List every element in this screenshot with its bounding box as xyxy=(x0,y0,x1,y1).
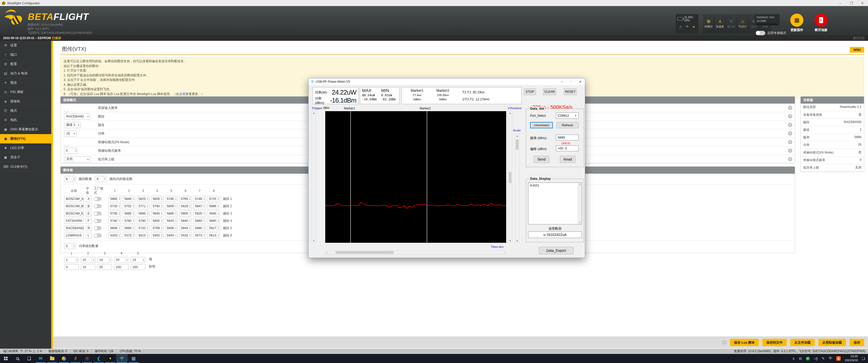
taskbar-betaflight[interactable]: ✸ xyxy=(104,354,116,363)
spinner-arrows-icon[interactable]: ▲▼ xyxy=(188,211,191,216)
freq-spin-1-7[interactable]: 5745▲▼ xyxy=(193,196,206,202)
band-name-input[interactable]: FATSHARK xyxy=(64,218,84,224)
clear-button[interactable]: CLEAR xyxy=(543,89,556,95)
spinner-arrows-icon[interactable]: ▲▼ xyxy=(75,257,79,263)
taskbar-gold-app[interactable]: ∂ xyxy=(70,354,81,363)
help-icon[interactable]: ? xyxy=(788,157,792,161)
band-letter-input[interactable]: E xyxy=(86,211,92,217)
refresh-button[interactable]: Refresh xyxy=(556,122,579,128)
band-name-input[interactable]: BOSCAM_E xyxy=(64,211,84,217)
taskbar-rf-power-meter[interactable] xyxy=(116,354,128,363)
sidebar-item-blackbox[interactable]: ◼黑盒子 xyxy=(0,153,51,162)
spinner-arrows-icon[interactable]: ▲▼ xyxy=(160,196,163,202)
sidebar-item-gear[interactable]: ⚙配置 xyxy=(0,60,51,69)
spinner-arrows-icon[interactable]: ▲▼ xyxy=(72,243,75,249)
freq-spin-3-4[interactable]: 5645▲▼ xyxy=(151,210,163,217)
minimize-icon[interactable]: – xyxy=(835,0,846,6)
spinner-arrows-icon[interactable]: ▲▼ xyxy=(203,218,206,224)
expert-toggle-icon[interactable] xyxy=(756,31,765,35)
sidebar-item-motor[interactable]: ✣电机 xyxy=(0,116,51,125)
mode-select-2[interactable]: 频道 2▾ xyxy=(64,122,81,128)
power-label-input[interactable]: 0 xyxy=(64,264,79,270)
sidebar-item-cli[interactable]: ⌨CLI(命令行) xyxy=(0,162,51,171)
factory-mode-toggle[interactable] xyxy=(94,197,101,201)
save-to-file-button[interactable]: 保存到文件 xyxy=(762,339,787,346)
sidebar-item-receiver[interactable]: ◈接收机 xyxy=(0,97,51,106)
freq-spin-2-6[interactable]: 5828▲▼ xyxy=(179,203,192,209)
help-icon[interactable]: ? xyxy=(788,131,792,136)
chevron-up-icon[interactable]: ∧ xyxy=(792,357,795,361)
spinner-arrows-icon[interactable]: ▲▼ xyxy=(203,211,206,216)
spinner-arrows-icon[interactable]: ▲▼ xyxy=(203,225,206,231)
freq-input[interactable]: 5695 xyxy=(556,135,579,140)
expert-mode-toggle[interactable]: 启用专家模式 xyxy=(756,31,786,35)
freq-spin-3-8[interactable]: 5945▲▼ xyxy=(208,210,220,217)
spinner-arrows-icon[interactable]: ▲▼ xyxy=(103,176,106,182)
vposition-scrollbar[interactable]: ▲▼ xyxy=(508,111,512,243)
factory-mode-toggle[interactable] xyxy=(94,212,101,216)
spinner-arrows-icon[interactable]: ▲▼ xyxy=(188,233,191,238)
freq-spin-3-7[interactable]: 5925▲▼ xyxy=(193,210,206,217)
sidebar-item-led[interactable]: ✹LED 灯带 xyxy=(0,143,51,153)
spinner-arrows-icon[interactable]: ▲▼ xyxy=(174,196,177,202)
close-icon[interactable]: ✕ xyxy=(857,0,868,6)
spinner-arrows-icon[interactable]: ▲▼ xyxy=(118,233,121,238)
band-letter-input[interactable]: R xyxy=(86,225,92,231)
spinner-arrows-icon[interactable]: ▲▼ xyxy=(203,203,206,209)
spinner-arrows-icon[interactable]: ▲▼ xyxy=(160,211,163,216)
freq-spin-4-2[interactable]: 5760▲▼ xyxy=(123,218,135,224)
port-select-combo[interactable]: COM12▼ xyxy=(556,112,579,119)
help-icon[interactable]: ? xyxy=(788,106,792,110)
help-icon[interactable]: ? xyxy=(788,148,792,153)
taskbar-search[interactable] xyxy=(11,354,23,363)
sidebar-item-osd[interactable]: ▣OSD 屏幕叠加显示 xyxy=(0,125,51,134)
notification-icon[interactable]: ❑ xyxy=(862,357,865,361)
power-value-spin-4[interactable]: 20▲▼ xyxy=(114,257,129,263)
freq-spin-4-8[interactable]: 5880▲▼ xyxy=(208,218,220,224)
help-icon[interactable]: ? xyxy=(788,140,792,144)
freq-spin-3-1[interactable]: 5705▲▼ xyxy=(108,210,121,217)
disconnect-button[interactable]: ✕ 断开连接 xyxy=(811,13,831,32)
spinner-arrows-icon[interactable]: ▲▼ xyxy=(146,203,149,209)
sidebar-item-vtx[interactable]: ◉图传(VTX) xyxy=(0,134,51,143)
spinner-arrows-icon[interactable]: ▲▼ xyxy=(188,218,191,224)
power-label-input[interactable]: 200 xyxy=(131,264,145,270)
factory-mode-toggle[interactable] xyxy=(94,219,101,223)
band-name-input[interactable]: BOSCAM_B xyxy=(64,203,84,209)
band-name-input[interactable]: LOWRACE xyxy=(64,233,84,238)
offset-input[interactable]: +00. 0 xyxy=(556,145,579,151)
freq-spin-6-6[interactable]: 5533▲▼ xyxy=(179,232,192,238)
freq-spin-4-3[interactable]: 5780▲▼ xyxy=(137,218,149,224)
band-letter-input[interactable]: L xyxy=(86,233,92,238)
freq-spin-6-4[interactable]: 5453▲▼ xyxy=(151,232,163,238)
load-from-clipboard-button[interactable]: 从剪贴板加载 xyxy=(818,339,846,346)
spinner-arrows-icon[interactable]: ▲▼ xyxy=(92,257,95,263)
freq-spin-4-6[interactable]: 5840▲▼ xyxy=(179,218,192,224)
taskbar-vscode[interactable]: ❮ xyxy=(93,354,104,363)
unconnect-button[interactable]: Unconnect xyxy=(530,122,553,128)
freq-spin-2-1[interactable]: 5733▲▼ xyxy=(108,203,121,209)
sidebar-item-pid[interactable]: ⚖PID 调校 xyxy=(0,88,51,97)
freq-spin-5-8[interactable]: 5917▲▼ xyxy=(208,225,220,231)
freq-spin-6-8[interactable]: 5613▲▼ xyxy=(208,232,220,238)
read-button[interactable]: Read xyxy=(560,156,576,163)
band-letter-input[interactable]: A xyxy=(86,196,92,202)
freq-spin-6-3[interactable]: 5413▲▼ xyxy=(137,232,149,238)
spinner-arrows-icon[interactable]: ▲▼ xyxy=(132,225,135,231)
time-scrollbar[interactable]: ‹› xyxy=(325,250,506,255)
spinner-arrows-icon[interactable]: ▲▼ xyxy=(174,218,177,224)
freq-spin-2-5[interactable]: 5809▲▼ xyxy=(165,203,178,209)
freq-spin-4-1[interactable]: 5740▲▼ xyxy=(108,218,121,224)
freq-spin-2-7[interactable]: 5847▲▼ xyxy=(193,203,206,209)
network-icon[interactable]: ⊟ xyxy=(799,357,802,361)
sidebar-item-plug[interactable]: ⚡端口 xyxy=(0,50,51,60)
bands-count-spin[interactable]: 6▲▼ xyxy=(64,176,76,182)
freq-spin-4-4[interactable]: 5800▲▼ xyxy=(151,218,163,224)
spinner-arrows-icon[interactable]: ▲▼ xyxy=(142,257,145,263)
spinner-arrows-icon[interactable]: ▲▼ xyxy=(146,233,149,238)
load-from-file-button[interactable]: 从文件加载 xyxy=(790,339,815,346)
freq-spin-1-6[interactable]: 5765▲▼ xyxy=(179,196,192,202)
freq-spin-6-2[interactable]: 5373▲▼ xyxy=(123,232,135,238)
freq-spin-1-2[interactable]: 5845▲▼ xyxy=(123,196,135,202)
spinner-arrows-icon[interactable]: ▲▼ xyxy=(174,203,177,209)
